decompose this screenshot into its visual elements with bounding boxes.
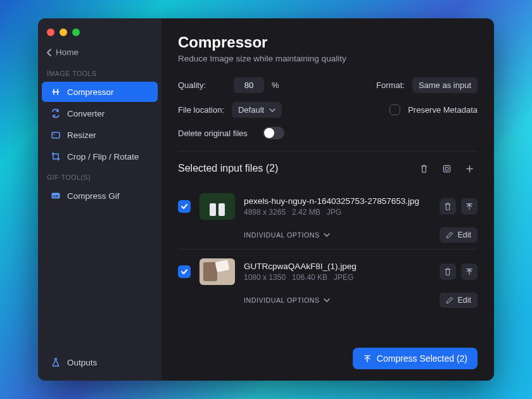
preserve-metadata-checkbox[interactable] (390, 104, 400, 115)
individual-options-label: INDIVIDUAL OPTIONS (244, 231, 320, 239)
pencil-icon (446, 296, 453, 304)
file-format: JPEG (334, 273, 353, 282)
svg-rect-4 (443, 165, 450, 172)
format-select[interactable]: Same as input (412, 77, 478, 93)
export-file-button[interactable] (461, 263, 478, 280)
preserve-metadata-label: Preserve Metadata (408, 105, 478, 115)
back-home-button[interactable]: Home (38, 44, 162, 63)
section-label-gif-tools: GIF TOOL(S) (38, 167, 162, 185)
file-format: JPG (327, 208, 341, 217)
sidebar-item-label: Resizer (67, 130, 96, 140)
chevron-down-icon (324, 298, 330, 302)
page-title: Compressor (178, 34, 478, 51)
individual-options-toggle[interactable]: INDIVIDUAL OPTIONS (244, 296, 330, 304)
file-location-select[interactable]: Default (232, 102, 282, 118)
edit-label: Edit (457, 296, 471, 305)
svg-rect-5 (445, 167, 448, 170)
sidebar-item-outputs[interactable]: Outputs (42, 352, 158, 372)
sidebar-item-label: Compress Gif (67, 191, 120, 201)
footer: Compress Selected (2) (178, 340, 478, 369)
file-checkbox[interactable] (178, 200, 191, 213)
files-header: Selected input files (2) (178, 160, 478, 177)
individual-options-label: INDIVIDUAL OPTIONS (244, 296, 320, 304)
select-all-button[interactable] (438, 160, 455, 177)
edit-file-button[interactable]: Edit (440, 227, 478, 243)
compress-button-label: Compress Selected (2) (377, 353, 467, 364)
file-location-label: File location: (178, 105, 224, 115)
remove-file-button[interactable] (440, 263, 456, 280)
file-dimensions: 4898 x 3265 (244, 208, 286, 217)
svg-rect-0 (52, 132, 60, 138)
remove-file-button[interactable] (440, 198, 456, 215)
clear-all-button[interactable] (415, 160, 432, 177)
chevron-left-icon (47, 49, 52, 56)
sidebar-item-crop[interactable]: Crop / Flip / Rotate (42, 146, 158, 167)
page-subtitle: Reduce Image size while maintaining qual… (178, 54, 478, 63)
file-row: pexels-huy-nguy-n-1640325753-27857653.jp… (178, 184, 478, 250)
app-window: Home IMAGE TOOLS Compressor Converter Re… (38, 18, 494, 381)
close-window-button[interactable] (47, 28, 54, 36)
export-file-button[interactable] (461, 198, 478, 215)
delete-originals-toggle[interactable] (263, 127, 284, 139)
main-panel: Compressor Reduce Image size while maint… (162, 18, 494, 381)
sidebar-item-label: Compressor (67, 87, 114, 97)
chevron-down-icon (324, 233, 330, 237)
file-name: GUTRcpwaQAAkF8I_(1).jpeg (244, 262, 431, 271)
sidebar-item-label: Crop / Flip / Rotate (67, 152, 139, 162)
file-list: pexels-huy-nguy-n-1640325753-27857653.jp… (178, 184, 478, 314)
format-value: Same as input (419, 80, 471, 90)
file-location-value: Default (238, 105, 264, 115)
svg-point-1 (53, 134, 54, 135)
quality-input[interactable]: 80 (234, 77, 264, 93)
chevron-down-icon (269, 108, 276, 112)
svg-text:GIF: GIF (53, 194, 59, 198)
file-size: 106.40 KB (292, 273, 327, 282)
quality-unit: % (272, 80, 279, 90)
pencil-icon (446, 231, 453, 239)
sidebar-item-compress-gif[interactable]: GIF Compress Gif (42, 186, 158, 206)
file-row: GUTRcpwaQAAkF8I_(1).jpeg 1080 x 1350 106… (178, 250, 478, 314)
maximize-window-button[interactable] (72, 28, 80, 36)
minimize-window-button[interactable] (60, 28, 67, 36)
format-label: Format: (376, 80, 405, 90)
compress-icon (51, 87, 61, 97)
gif-icon: GIF (51, 191, 61, 201)
file-thumbnail (200, 258, 235, 285)
flask-icon (51, 357, 61, 367)
file-checkbox[interactable] (178, 265, 191, 278)
convert-icon (51, 108, 61, 118)
file-dimensions: 1080 x 1350 (244, 273, 286, 282)
sidebar-item-label: Converter (67, 109, 104, 118)
sidebar: Home IMAGE TOOLS Compressor Converter Re… (38, 18, 162, 381)
sidebar-item-resizer[interactable]: Resizer (42, 125, 158, 145)
quality-label: Quality: (178, 80, 206, 90)
files-title: Selected input files (2) (178, 163, 278, 174)
individual-options-toggle[interactable]: INDIVIDUAL OPTIONS (244, 231, 330, 239)
divider (178, 151, 478, 151)
settings-panel: Quality: 80 % Format: Same as input File… (178, 77, 478, 139)
delete-originals-label: Delete original files (178, 129, 248, 138)
file-name: pexels-huy-nguy-n-1640325753-27857653.jp… (244, 196, 431, 206)
window-controls (38, 26, 162, 44)
add-files-button[interactable] (461, 160, 478, 177)
file-size: 2.42 MB (292, 208, 320, 217)
edit-label: Edit (457, 231, 471, 239)
compress-selected-button[interactable]: Compress Selected (2) (353, 348, 478, 369)
sidebar-item-label: Outputs (67, 358, 97, 367)
file-thumbnail (200, 193, 235, 220)
export-icon (363, 354, 372, 363)
home-label: Home (56, 48, 79, 57)
section-label-image-tools: IMAGE TOOLS (38, 63, 162, 81)
sidebar-item-converter[interactable]: Converter (42, 103, 158, 124)
edit-file-button[interactable]: Edit (440, 293, 478, 308)
resize-icon (51, 130, 61, 140)
crop-icon (51, 151, 61, 162)
sidebar-item-compressor[interactable]: Compressor (42, 82, 158, 102)
